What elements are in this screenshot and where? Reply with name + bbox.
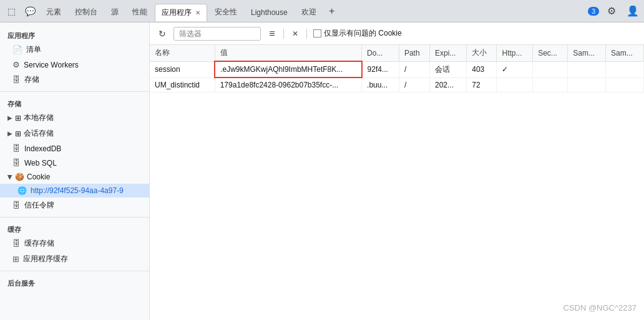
arrow-cookie: ▶ <box>7 174 14 179</box>
col-value: 值 <box>215 45 361 61</box>
table-header-row: 名称 值 Do... Path Expi... 大小 Http... Sec..… <box>150 45 644 61</box>
table-row[interactable]: UM_distinctid179a1de8fc2428-0962b07b35fc… <box>150 78 644 92</box>
sidebar-item-manifest-label: 清单 <box>26 44 41 55</box>
sidebar-group-local-storage[interactable]: ▶ ⊞ 本地存储 <box>0 110 149 126</box>
tab-security[interactable]: 安全性 <box>208 4 243 21</box>
section-title-cache: 缓存 <box>0 221 149 236</box>
section-title-background: 后台服务 <box>0 275 149 289</box>
sidebar-item-app-cache-label: 应用程序缓存 <box>23 254 68 264</box>
filter-input[interactable] <box>173 27 261 41</box>
tab-welcome[interactable]: 欢迎 <box>295 4 323 21</box>
col-path: Path <box>399 45 429 61</box>
col-samesite1: Sam... <box>568 45 606 61</box>
sidebar-item-service-workers[interactable]: ⚙ Service Workers <box>0 58 149 72</box>
web-sql-icon: 🗄 <box>12 158 21 168</box>
cookie-url-icon: 🌐 <box>17 186 27 195</box>
table-area: 名称 值 Do... Path Expi... 大小 Http... Sec..… <box>150 45 644 320</box>
col-expires: Expi... <box>429 45 466 61</box>
divider-v <box>283 29 284 39</box>
sidebar-item-cookie-url-label: http://92f4f525-94aa-4a97-9 <box>31 186 124 195</box>
arrow-local-storage: ▶ <box>7 114 12 121</box>
sidebar-item-indexed-db[interactable]: 🗄 IndexedDB <box>0 141 149 156</box>
sidebar-item-storage-top[interactable]: 🗄 存储 <box>0 72 149 88</box>
indexed-db-icon: 🗄 <box>12 144 21 153</box>
session-storage-icon: ⊞ <box>15 129 21 138</box>
add-tab-button[interactable]: + <box>324 3 340 19</box>
sidebar-item-cookie-url[interactable]: 🌐 http://92f4f525-94aa-4a97-9 <box>0 184 149 198</box>
sidebar-item-cache-storage-label: 缓存存储 <box>24 238 54 249</box>
col-http: Http... <box>497 45 533 61</box>
tab-elements[interactable]: 元素 <box>40 4 67 21</box>
divider-v2 <box>306 29 307 39</box>
cookie-icon: 🍪 <box>15 172 24 181</box>
sidebar-group-session-storage-label: 会话存储 <box>24 128 54 139</box>
sidebar-group-local-storage-label: 本地存储 <box>24 112 54 123</box>
tab-application[interactable]: 应用程序 ✕ <box>155 4 207 21</box>
sidebar: 应用程序 📄 清单 ⚙ Service Workers 🗄 存储 存储 ▶ ⊞ … <box>0 22 150 320</box>
tab-performance[interactable]: 性能 <box>126 4 154 21</box>
col-name: 名称 <box>150 45 215 61</box>
only-issues-text: 仅显示有问题的 Cookie <box>324 28 402 39</box>
manifest-icon: 📄 <box>12 45 22 54</box>
tab-sources[interactable]: 源 <box>105 4 125 21</box>
sidebar-item-trust-tokens[interactable]: 🗄 信任令牌 <box>0 198 149 213</box>
sidebar-group-cookie[interactable]: ▶ 🍪 Cookie <box>0 170 149 184</box>
col-size: 大小 <box>467 45 497 61</box>
sidebar-item-trust-tokens-label: 信任令牌 <box>24 200 54 211</box>
sidebar-item-app-cache[interactable]: ⊞ 应用程序缓存 <box>0 251 149 267</box>
clear-filter-icon[interactable]: ✕ <box>288 26 303 41</box>
only-issues-label[interactable]: 仅显示有问题的 Cookie <box>313 28 402 39</box>
tab-bar: ⬚ 💬 元素 控制台 源 性能 应用程序 ✕ 安全性 Lighthouse 欢迎… <box>0 0 644 22</box>
sidebar-group-cookie-label: Cookie <box>27 172 50 181</box>
main-layout: 应用程序 📄 清单 ⚙ Service Workers 🗄 存储 存储 ▶ ⊞ … <box>0 22 644 320</box>
settings-icon[interactable]: ⚙ <box>603 2 620 20</box>
only-issues-checkbox[interactable] <box>313 29 321 38</box>
divider-3 <box>0 271 149 271</box>
section-title-storage: 存储 <box>0 96 149 110</box>
local-storage-icon: ⊞ <box>15 114 21 122</box>
sidebar-item-web-sql-label: Web SQL <box>24 159 57 168</box>
table-row[interactable]: session.eJw9kMGKwjAQhl9ImbMHTetF8K...92f… <box>150 61 644 78</box>
content-area: ↻ ≡ ✕ 仅显示有问题的 Cookie 名称 值 Do... Path <box>150 22 644 320</box>
service-workers-icon: ⚙ <box>12 60 20 69</box>
sidebar-item-storage-label: 存储 <box>24 74 39 85</box>
sidebar-item-manifest[interactable]: 📄 清单 <box>0 42 149 58</box>
section-title-application: 应用程序 <box>0 28 149 42</box>
filter-options-icon[interactable]: ≡ <box>265 26 280 41</box>
sidebar-item-web-sql[interactable]: 🗄 Web SQL <box>0 156 149 170</box>
app-cache-icon: ⊞ <box>12 254 19 264</box>
inspect-icon[interactable]: 💬 <box>21 3 39 19</box>
sidebar-group-session-storage[interactable]: ▶ ⊞ 会话存储 <box>0 126 149 141</box>
user-icon[interactable]: 👤 <box>624 2 642 20</box>
divider-1 <box>0 91 149 92</box>
tab-lighthouse[interactable]: Lighthouse <box>245 4 294 21</box>
col-samesite2: Sam... <box>606 45 644 61</box>
tab-console[interactable]: 控制台 <box>69 4 104 21</box>
cache-storage-icon: 🗄 <box>12 239 21 248</box>
toolbar: ↻ ≡ ✕ 仅显示有问题的 Cookie <box>150 22 644 45</box>
col-secure: Sec... <box>533 45 568 61</box>
sidebar-item-indexed-db-label: IndexedDB <box>24 144 61 153</box>
storage-top-icon: 🗄 <box>12 75 21 84</box>
col-domain: Do... <box>362 45 399 61</box>
tab-bar-right: 3 ⚙ 👤 <box>588 2 642 20</box>
sidebar-item-cache-storage[interactable]: 🗄 缓存存储 <box>0 236 149 251</box>
trust-tokens-icon: 🗄 <box>12 201 21 210</box>
cookies-table: 名称 值 Do... Path Expi... 大小 Http... Sec..… <box>150 45 644 92</box>
notification-badge: 3 <box>588 7 599 16</box>
arrow-session-storage: ▶ <box>7 130 12 137</box>
tab-close-application[interactable]: ✕ <box>195 9 200 16</box>
refresh-button[interactable]: ↻ <box>155 26 170 41</box>
sidebar-item-service-workers-label: Service Workers <box>24 61 79 69</box>
divider-2 <box>0 217 149 218</box>
screen-cast-icon[interactable]: ⬚ <box>2 3 20 19</box>
tab-bar-left: ⬚ 💬 元素 控制台 源 性能 应用程序 ✕ 安全性 Lighthouse 欢迎… <box>2 1 340 21</box>
